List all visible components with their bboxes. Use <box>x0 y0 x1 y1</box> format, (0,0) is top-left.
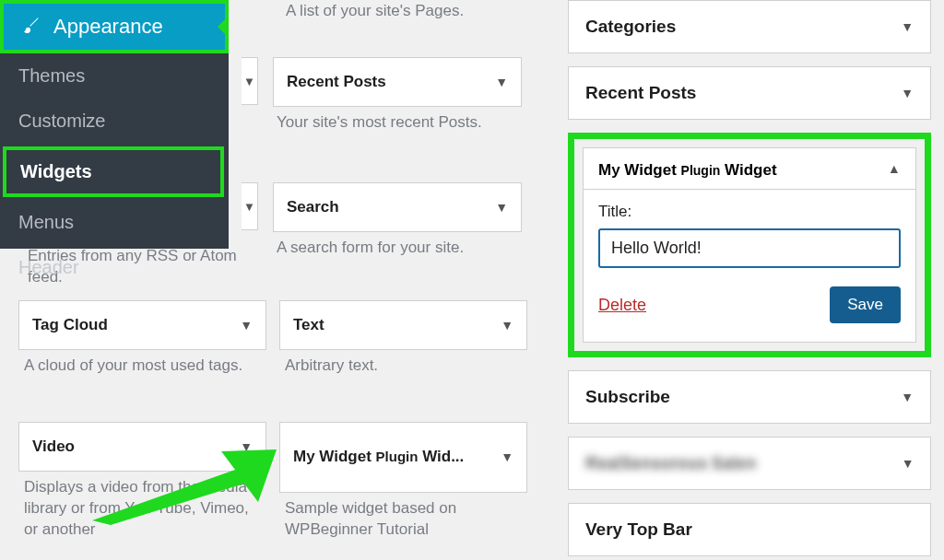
widget-title: My Widget Plugin Wid... <box>293 448 464 466</box>
partial-widget-caret-1[interactable]: ▼ <box>242 57 258 105</box>
tag-cloud-desc: A cloud of your most used tags. <box>18 350 266 395</box>
search-desc: A search form for your site. <box>273 232 522 277</box>
text-widget-desc: Arbitrary text. <box>279 350 527 395</box>
widget-text[interactable]: Text ▼ <box>279 300 527 350</box>
expanded-custom-widget: My Widget Plugin Widget ▼ Title: Delete … <box>568 133 931 357</box>
panel-label: Very Top Bar <box>585 519 692 540</box>
sidebar-appearance-header[interactable]: Appearance <box>0 0 229 53</box>
panel-label: Subscribe <box>585 387 670 407</box>
svg-marker-0 <box>92 449 277 525</box>
appearance-label: Appearance <box>53 15 163 39</box>
annotation-arrow <box>74 433 277 525</box>
delete-widget-link[interactable]: Delete <box>598 296 646 315</box>
panel-very-top-bar[interactable]: Very Top Bar <box>568 503 931 556</box>
my-widget-desc: Sample widget based on WPBeginner Tutori… <box>279 493 527 559</box>
widget-title: Search <box>287 198 339 216</box>
panel-subscribe[interactable]: Subscribe ▼ <box>568 370 931 424</box>
widgets-sidebar-area: Categories ▼ Recent Posts ▼ My Widget Pl… <box>568 0 931 556</box>
chevron-down-icon: ▼ <box>901 390 914 404</box>
sidebar-item-menus[interactable]: Menus <box>0 200 229 245</box>
panel-recent-posts[interactable]: Recent Posts ▼ <box>568 66 931 120</box>
sidebar-item-header[interactable]: Header <box>0 245 229 282</box>
widget-title: Video <box>32 438 75 456</box>
chevron-down-icon: ▼ <box>501 318 513 332</box>
panel-label: RealSensorous Salen <box>585 453 756 473</box>
widget-title-input[interactable] <box>598 228 901 268</box>
chevron-down-icon: ▼ <box>901 19 914 34</box>
custom-widget-header[interactable]: My Widget Plugin Widget ▼ <box>583 147 916 190</box>
recent-posts-desc: Your site's most recent Posts. <box>273 107 522 152</box>
chevron-down-icon: ▼ <box>902 456 914 471</box>
title-field-label: Title: <box>598 203 901 221</box>
chevron-down-icon: ▼ <box>240 318 253 332</box>
paintbrush-icon <box>22 14 42 40</box>
sidebar-item-themes[interactable]: Themes <box>0 53 229 99</box>
custom-widget-body: Title: Delete Save <box>583 190 916 343</box>
widget-title: Recent Posts <box>287 73 386 91</box>
chevron-down-icon: ▼ <box>501 449 513 464</box>
admin-sidebar: Appearance Themes Customize Widgets Menu… <box>0 0 229 249</box>
partial-widget-caret-2[interactable]: ▼ <box>242 182 258 230</box>
chevron-down-icon: ▼ <box>901 86 914 100</box>
custom-widget-title: My Widget Plugin Widget <box>598 161 777 180</box>
panel-blurred[interactable]: RealSensorous Salen ▼ <box>568 437 931 490</box>
panel-categories[interactable]: Categories ▼ <box>568 0 931 53</box>
widget-tag-cloud[interactable]: Tag Cloud ▼ <box>18 300 266 350</box>
widget-my-plugin[interactable]: My Widget Plugin Wid... ▼ <box>279 422 527 493</box>
widget-search[interactable]: Search ▼ <box>273 182 522 232</box>
pages-widget-desc: A list of your site's Pages. <box>286 2 525 20</box>
chevron-down-icon: ▼ <box>495 200 508 215</box>
chevron-down-icon: ▼ <box>495 75 508 89</box>
panel-label: Recent Posts <box>585 83 696 103</box>
save-button[interactable]: Save <box>830 286 901 323</box>
chevron-up-icon: ▼ <box>888 163 901 178</box>
panel-label: Categories <box>585 17 676 37</box>
widget-recent-posts[interactable]: Recent Posts ▼ <box>273 57 522 107</box>
widget-title: Text <box>293 316 324 334</box>
sidebar-item-widgets[interactable]: Widgets <box>3 146 224 197</box>
sidebar-item-customize[interactable]: Customize <box>0 99 229 144</box>
widget-title: Tag Cloud <box>32 316 108 334</box>
